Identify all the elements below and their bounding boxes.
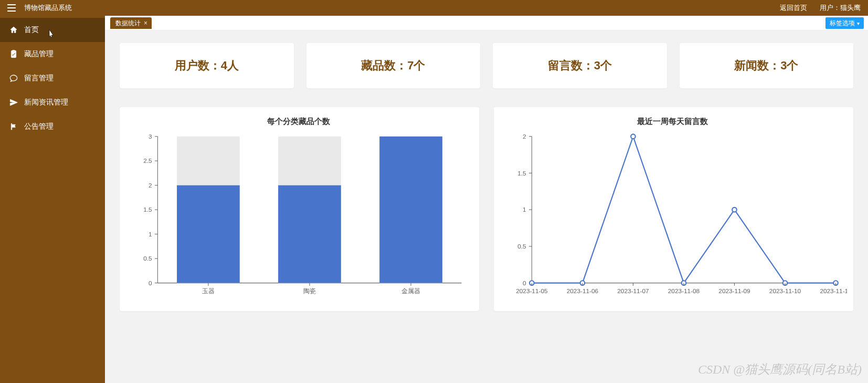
sidebar-item-label: 首页 [24, 25, 39, 35]
sidebar-item-label: 藏品管理 [24, 49, 54, 59]
svg-text:2023-11-07: 2023-11-07 [617, 287, 649, 294]
svg-text:0.5: 0.5 [517, 243, 526, 250]
svg-point-52 [732, 208, 737, 212]
chat-icon [9, 74, 18, 82]
svg-text:玉器: 玉器 [202, 287, 215, 294]
tab-options-label: 标签选项 [830, 19, 855, 28]
chart-card-bar: 每个分类藏品个数 00.511.522.53玉器陶瓷金属器 [120, 107, 479, 311]
tab-label: 数据统计 [115, 19, 141, 28]
svg-text:2023-11-10: 2023-11-10 [769, 287, 801, 294]
svg-rect-25 [379, 137, 442, 283]
svg-text:2023-11-06: 2023-11-06 [567, 287, 599, 294]
svg-text:金属器: 金属器 [401, 287, 420, 294]
tab-statistics[interactable]: 数据统计 × [110, 17, 152, 29]
app-title: 博物馆藏品系统 [24, 3, 72, 13]
tab-options-button[interactable]: 标签选项 ▾ [825, 17, 864, 29]
svg-text:陶瓷: 陶瓷 [303, 287, 316, 294]
sidebar-item-label: 新闻资讯管理 [24, 98, 68, 107]
bar-chart: 00.511.522.53玉器陶瓷金属器 [124, 131, 473, 300]
svg-text:0: 0 [523, 280, 526, 286]
close-icon[interactable]: × [144, 19, 147, 27]
svg-text:0.5: 0.5 [143, 255, 152, 262]
content-area: 用户数：4人藏品数：7个留言数：3个新闻数：3个 每个分类藏品个数 00.511… [105, 30, 868, 383]
tabbar: 数据统计 × 标签选项 ▾ [105, 16, 868, 30]
svg-text:3: 3 [149, 133, 152, 140]
stat-card: 用户数：4人 [120, 43, 294, 88]
chart-title: 每个分类藏品个数 [124, 117, 473, 127]
stat-card: 新闻数：3个 [680, 43, 854, 88]
svg-text:2023-11-05: 2023-11-05 [516, 287, 548, 294]
chevron-down-icon: ▾ [857, 20, 860, 26]
line-chart: 00.511.522023-11-052023-11-062023-11-072… [498, 131, 847, 300]
chart-title: 最近一周每天留言数 [498, 117, 847, 127]
back-home-link[interactable]: 返回首页 [780, 3, 807, 13]
stat-card: 留言数：3个 [493, 43, 667, 88]
menu-toggle-icon[interactable] [7, 4, 16, 12]
svg-text:2023-11-08: 2023-11-08 [668, 287, 700, 294]
sidebar-item-notice[interactable]: 公告管理 [0, 115, 105, 139]
sidebar-item-collection[interactable]: 藏品管理 [0, 42, 105, 66]
flag-icon [9, 122, 18, 131]
svg-text:1: 1 [149, 231, 152, 237]
sidebar-item-home[interactable]: 首页 [0, 18, 105, 42]
sidebar-item-news[interactable]: 新闻资讯管理 [0, 90, 105, 115]
svg-rect-17 [177, 185, 240, 283]
svg-text:2: 2 [149, 182, 152, 189]
svg-text:1.5: 1.5 [517, 170, 526, 177]
chart-card-line: 最近一周每天留言数 00.511.522023-11-052023-11-062… [494, 107, 853, 311]
svg-text:2023-11-11: 2023-11-11 [820, 287, 847, 294]
user-label[interactable]: 用户：猫头鹰 [820, 3, 861, 13]
svg-text:0: 0 [149, 280, 152, 286]
home-icon [9, 26, 18, 34]
clipboard-icon [9, 50, 18, 58]
svg-text:2.5: 2.5 [143, 157, 152, 164]
sidebar-item-label: 公告管理 [24, 122, 54, 131]
svg-text:2023-11-09: 2023-11-09 [718, 287, 750, 294]
stats-row: 用户数：4人藏品数：7个留言数：3个新闻数：3个 [120, 43, 853, 88]
stat-card: 藏品数：7个 [306, 43, 481, 88]
svg-text:1: 1 [523, 206, 526, 213]
svg-text:1.5: 1.5 [143, 206, 152, 213]
topbar: 博物馆藏品系统 返回首页 用户：猫头鹰 [0, 0, 868, 16]
sidebar: 首页 藏品管理 留言管理 新闻资讯管理 公告管理 [0, 16, 105, 383]
svg-rect-21 [278, 185, 341, 283]
send-icon [9, 98, 18, 107]
sidebar-item-message[interactable]: 留言管理 [0, 66, 105, 90]
sidebar-item-label: 留言管理 [24, 74, 54, 83]
svg-text:2: 2 [523, 133, 526, 140]
svg-point-46 [631, 134, 636, 139]
